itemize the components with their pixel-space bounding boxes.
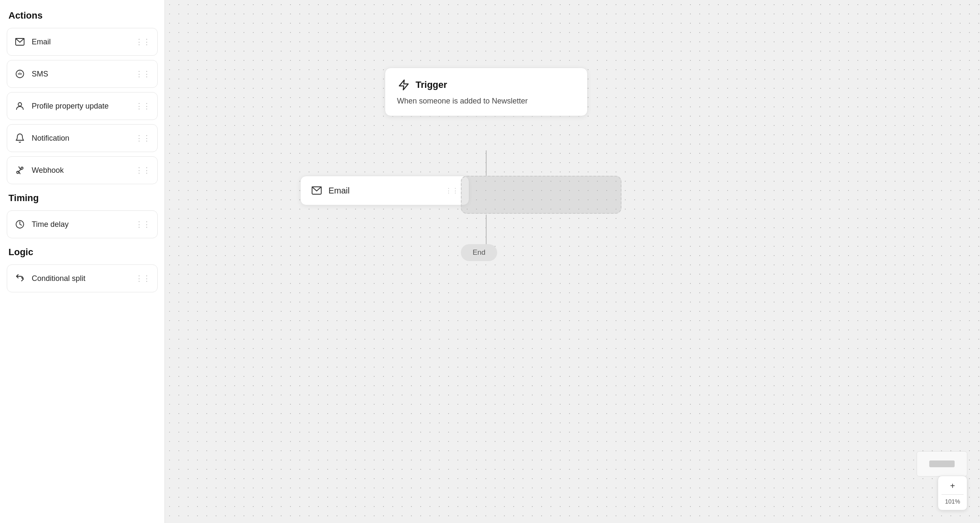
svg-point-4 [18,103,22,106]
notification-icon [14,132,26,144]
trigger-node[interactable]: Trigger When someone is added to Newslet… [385,68,588,116]
drag-handle-notification[interactable]: ⋮⋮ [135,133,151,143]
zoom-controls: + 101% [938,476,967,510]
sidebar-item-notification[interactable]: Notification ⋮⋮ [7,124,158,152]
workflow-canvas[interactable]: Trigger When someone is added to Newslet… [165,0,980,523]
connector-line-1 [486,150,487,176]
minimap [917,451,967,477]
minimap-view [929,460,955,467]
drag-handle-time-delay[interactable]: ⋮⋮ [135,220,151,229]
sidebar-item-sms[interactable]: SMS ⋮⋮ [7,60,158,88]
end-node: End [461,244,497,261]
conditional-split-label: Conditional split [32,274,85,283]
time-delay-icon [14,218,26,230]
section-logic: Logic Conditional split ⋮⋮ [7,247,158,292]
zoom-divider [942,494,964,495]
sidebar-item-profile-property-update[interactable]: Profile property update ⋮⋮ [7,92,158,120]
sidebar-item-webhook[interactable]: Webhook ⋮⋮ [7,156,158,184]
section-actions: Actions Email ⋮⋮ [7,10,158,184]
email-icon [14,36,26,48]
trigger-title: Trigger [416,79,447,90]
email-canvas-node[interactable]: Email ⋮⋮ [300,176,469,205]
ghost-node [461,176,621,214]
email-label: Email [32,38,51,46]
connector-line-2 [486,215,487,244]
sms-icon [14,68,26,80]
sms-label: SMS [32,70,48,79]
email-canvas-icon [311,185,323,196]
sidebar-item-time-delay[interactable]: Time delay ⋮⋮ [7,210,158,238]
webhook-icon [14,164,26,176]
svg-marker-9 [400,80,408,90]
drag-handle-email-canvas[interactable]: ⋮⋮ [445,187,459,195]
section-title-logic: Logic [7,247,158,258]
drag-handle-profile[interactable]: ⋮⋮ [135,101,151,111]
trigger-subtitle: When someone is added to Newsletter [397,97,575,106]
notification-label: Notification [32,134,69,143]
lightning-icon [397,78,411,92]
sidebar-item-email[interactable]: Email ⋮⋮ [7,28,158,56]
drag-handle-sms[interactable]: ⋮⋮ [135,69,151,79]
section-timing: Timing Time delay ⋮⋮ [7,193,158,238]
zoom-in-button[interactable]: + [947,479,958,493]
sidebar-item-conditional-split[interactable]: Conditional split ⋮⋮ [7,264,158,292]
section-title-timing: Timing [7,193,158,204]
email-canvas-label: Email [328,186,350,196]
zoom-level: 101% [942,496,964,507]
section-title-actions: Actions [7,10,158,21]
time-delay-label: Time delay [32,220,68,229]
profile-property-update-label: Profile property update [32,102,109,111]
sidebar: Actions Email ⋮⋮ [0,0,165,523]
drag-handle-email[interactable]: ⋮⋮ [135,37,151,46]
svg-point-6 [21,167,23,169]
profile-icon [14,100,26,112]
drag-handle-webhook[interactable]: ⋮⋮ [135,166,151,175]
webhook-label: Webhook [32,166,64,175]
conditional-split-icon [14,272,26,284]
drag-handle-conditional-split[interactable]: ⋮⋮ [135,274,151,283]
